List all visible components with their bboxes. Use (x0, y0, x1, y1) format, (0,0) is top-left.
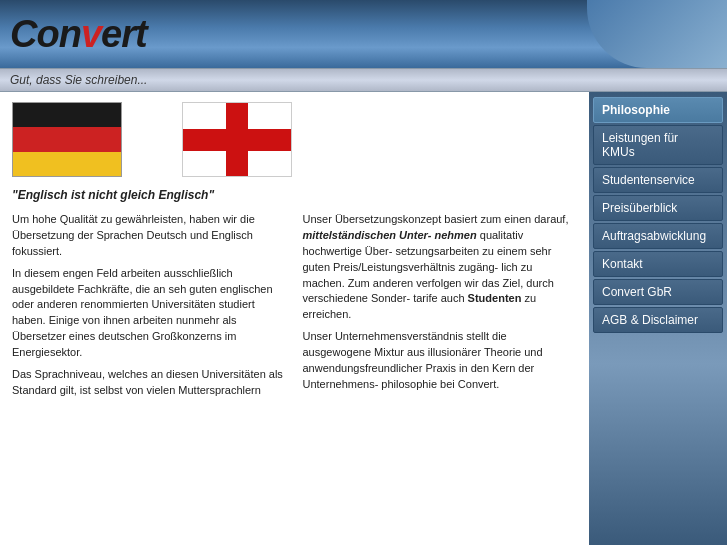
logo: Convert (10, 13, 147, 56)
sidebar: Philosophie Leistungen für KMUs Studente… (589, 92, 727, 545)
sidebar-item-leistungen[interactable]: Leistungen für KMUs (593, 125, 723, 165)
logo-v: v (81, 13, 101, 55)
left-para-3: Das Sprachniveau, welches an diesen Univ… (12, 367, 287, 399)
flag-stripe-black (13, 103, 121, 127)
page-quote: "Englisch ist nicht gleich Englisch" (12, 187, 577, 204)
sidebar-item-auftragsabwicklung[interactable]: Auftragsabwicklung (593, 223, 723, 249)
right-para-bold-italic: mittelständischen Unter- nehmen (303, 229, 477, 241)
sidebar-item-preisueberblick[interactable]: Preisüberblick (593, 195, 723, 221)
english-flag (182, 102, 292, 177)
logo-ert: ert (101, 13, 147, 55)
subheader: Gut, dass Sie schreiben... (0, 68, 727, 92)
sidebar-item-agb-disclaimer[interactable]: AGB & Disclaimer (593, 307, 723, 333)
header-curve (587, 0, 727, 68)
flag-cross-vertical (226, 103, 248, 176)
right-para-2: Unser Unternehmensverständnis stellt die… (303, 329, 578, 393)
flag-stripe-red (13, 127, 121, 151)
subheader-text: Gut, dass Sie schreiben... (10, 73, 147, 87)
header: Convert (0, 0, 727, 68)
left-para-2: In diesem engen Feld arbeiten ausschließ… (12, 266, 287, 362)
right-column: Unser Übersetzungskonzept basiert zum ei… (303, 212, 578, 405)
right-para-1-before: Unser Übersetzungskonzept basiert zum ei… (303, 213, 569, 225)
main-container: "Englisch ist nicht gleich Englisch" Um … (0, 92, 727, 545)
sidebar-item-convert-gbr[interactable]: Convert GbR (593, 279, 723, 305)
text-columns: Um hohe Qualität zu gewährleisten, haben… (12, 212, 577, 405)
right-para-bold-students: Studenten (468, 292, 522, 304)
sidebar-item-kontakt[interactable]: Kontakt (593, 251, 723, 277)
flags-row (12, 102, 577, 177)
left-para-1: Um hohe Qualität zu gewährleisten, haben… (12, 212, 287, 260)
flag-stripe-yellow (13, 152, 121, 176)
left-column: Um hohe Qualität zu gewährleisten, haben… (12, 212, 287, 405)
sidebar-item-philosophie[interactable]: Philosophie (593, 97, 723, 123)
logo-con: Con (10, 13, 81, 55)
content-area: "Englisch ist nicht gleich Englisch" Um … (0, 92, 589, 545)
sidebar-item-studentenservice[interactable]: Studentenservice (593, 167, 723, 193)
german-flag (12, 102, 122, 177)
right-para-1: Unser Übersetzungskonzept basiert zum ei… (303, 212, 578, 324)
